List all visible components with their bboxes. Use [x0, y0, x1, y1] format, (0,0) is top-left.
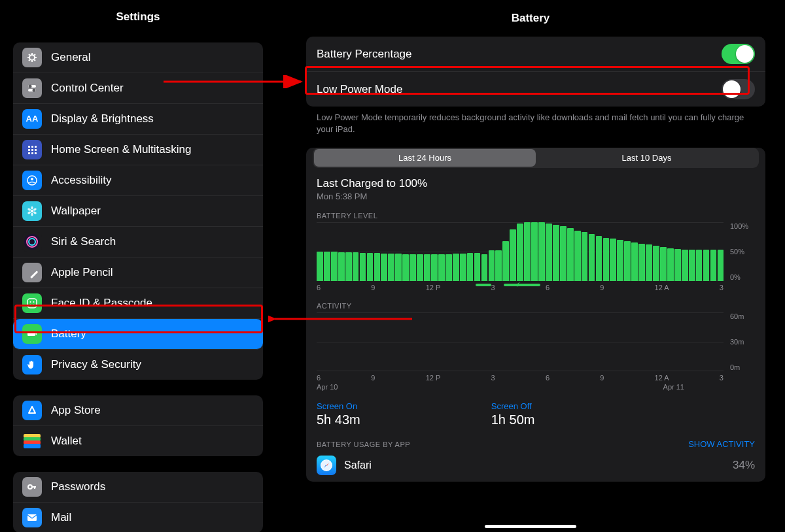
- AA-icon: AA: [22, 109, 42, 129]
- sidebar-item-accessibility[interactable]: Accessibility: [13, 165, 263, 196]
- svg-point-0: [29, 55, 35, 60]
- person-icon: [22, 171, 42, 190]
- svg-line-6: [29, 59, 29, 60]
- flower-icon: [22, 201, 42, 221]
- svg-rect-16: [31, 146, 33, 148]
- switches-icon: [22, 78, 42, 98]
- svg-rect-38: [27, 332, 35, 336]
- page-title: Battery: [276, 0, 785, 37]
- sidebar-item-passwords[interactable]: Passwords: [13, 472, 263, 503]
- sidebar-item-privacy[interactable]: Privacy & Security: [13, 350, 263, 380]
- svg-rect-20: [35, 149, 37, 151]
- sidebar-item-pencil[interactable]: Apple Pencil: [13, 258, 263, 288]
- sidebar-item-label: General: [51, 51, 90, 64]
- grid-icon: [22, 140, 42, 159]
- svg-point-28: [31, 212, 33, 216]
- time-range-segment[interactable]: Last 24 Hours Last 10 Days: [313, 148, 759, 168]
- svg-point-10: [29, 84, 32, 88]
- svg-line-8: [29, 54, 29, 55]
- gear-icon: [22, 48, 42, 67]
- svg-rect-19: [35, 146, 37, 148]
- svg-rect-34: [30, 271, 38, 278]
- activity-head: ACTIVITY: [317, 302, 755, 310]
- screen-on-stat: Screen On 5h 43m: [317, 401, 360, 427]
- battery-percentage-toggle[interactable]: [722, 44, 755, 64]
- svg-point-26: [33, 208, 37, 211]
- svg-point-24: [31, 210, 33, 212]
- svg-rect-47: [27, 514, 37, 521]
- svg-rect-35: [27, 299, 37, 308]
- svg-line-4: [35, 59, 35, 60]
- svg-rect-13: [28, 146, 30, 148]
- safari-icon: [317, 456, 336, 475]
- tab-last-10d[interactable]: Last 10 Days: [536, 149, 758, 167]
- siri-icon: [22, 232, 42, 252]
- svg-rect-39: [36, 333, 37, 335]
- svg-rect-18: [31, 152, 33, 154]
- svg-point-36: [30, 301, 31, 303]
- hand-icon: [22, 355, 42, 374]
- main-panel: Battery Battery Percentage Low Power Mod…: [276, 0, 785, 532]
- sidebar-item-general[interactable]: General: [13, 42, 263, 73]
- mail-icon: [22, 508, 42, 527]
- sidebar-item-faceid[interactable]: Face ID & Passcode: [13, 288, 263, 319]
- sidebar: Settings GeneralControl CenterAADisplay …: [0, 0, 276, 532]
- svg-point-29: [27, 211, 31, 214]
- svg-point-27: [33, 211, 37, 214]
- battery-level-chart: ⚡︎ 100% 50% 0%: [317, 222, 755, 281]
- low-power-label: Low Power Mode: [317, 83, 402, 96]
- sidebar-item-label: Mail: [51, 511, 71, 524]
- usage-head: BATTERY USAGE BY APP: [317, 441, 410, 448]
- tab-last-24h[interactable]: Last 24 Hours: [314, 149, 536, 167]
- sidebar-item-label: Wallet: [51, 435, 82, 448]
- svg-rect-15: [28, 152, 30, 154]
- low-power-row[interactable]: Low Power Mode: [306, 72, 765, 107]
- sidebar-item-home-screen[interactable]: Home Screen & Multitasking: [13, 135, 263, 165]
- last-charged-title: Last Charged to 100%: [317, 177, 755, 190]
- sidebar-item-battery[interactable]: Battery: [13, 319, 263, 350]
- sidebar-item-label: Apple Pencil: [51, 266, 113, 279]
- sidebar-item-siri[interactable]: Siri & Search: [13, 227, 263, 258]
- svg-point-30: [27, 208, 31, 211]
- usage-card: Last 24 Hours Last 10 Days Last Charged …: [306, 148, 765, 482]
- sidebar-item-control-center[interactable]: Control Center: [13, 73, 263, 104]
- battery-level-head: BATTERY LEVEL: [317, 212, 755, 220]
- home-indicator[interactable]: [485, 525, 576, 528]
- last-charged-time: Mon 5:38 PM: [317, 191, 755, 201]
- sidebar-item-label: Face ID & Passcode: [51, 297, 152, 310]
- svg-rect-21: [35, 152, 37, 154]
- sidebar-item-display[interactable]: AADisplay & Brightness: [13, 104, 263, 135]
- svg-rect-17: [31, 149, 33, 151]
- sidebar-item-label: Siri & Search: [51, 235, 116, 248]
- svg-rect-14: [28, 149, 30, 151]
- app-usage-row-safari[interactable]: Safari 34%: [306, 449, 765, 482]
- battery-percentage-row[interactable]: Battery Percentage: [306, 37, 765, 72]
- sidebar-item-wallpaper[interactable]: Wallpaper: [13, 196, 263, 227]
- wallet-icon: [22, 431, 42, 451]
- app-pct: 34%: [733, 459, 755, 472]
- battery-percentage-label: Battery Percentage: [317, 48, 412, 61]
- svg-rect-43: [24, 444, 41, 448]
- app-name: Safari: [344, 459, 372, 471]
- low-power-hint: Low Power Mode temporarily reduces backg…: [306, 107, 765, 135]
- show-activity-link[interactable]: SHOW ACTIVITY: [688, 439, 755, 449]
- toggles-card: Battery Percentage Low Power Mode: [306, 37, 765, 107]
- sidebar-item-label: Control Center: [51, 82, 124, 95]
- screen-off-stat: Screen Off 1h 50m: [491, 401, 535, 427]
- sidebar-item-wallet[interactable]: Wallet: [13, 426, 263, 456]
- sidebar-item-appstore[interactable]: App Store: [13, 395, 263, 426]
- face-icon: [22, 293, 42, 313]
- sidebar-item-label: Display & Brightness: [51, 112, 154, 125]
- low-power-toggle[interactable]: [722, 79, 755, 99]
- sidebar-item-mail[interactable]: Mail: [13, 503, 263, 532]
- sidebar-title: Settings: [0, 0, 276, 35]
- pencil-icon: [22, 263, 42, 282]
- sidebar-item-label: Home Screen & Multitasking: [51, 143, 191, 156]
- sidebar-item-label: Wallpaper: [51, 205, 101, 218]
- sidebar-item-label: Accessibility: [51, 174, 112, 187]
- svg-line-2: [35, 54, 35, 55]
- battery-icon: [22, 324, 42, 344]
- sidebar-item-label: Passwords: [51, 480, 105, 493]
- appstore-icon: [22, 401, 42, 420]
- sidebar-item-label: Privacy & Security: [51, 358, 141, 371]
